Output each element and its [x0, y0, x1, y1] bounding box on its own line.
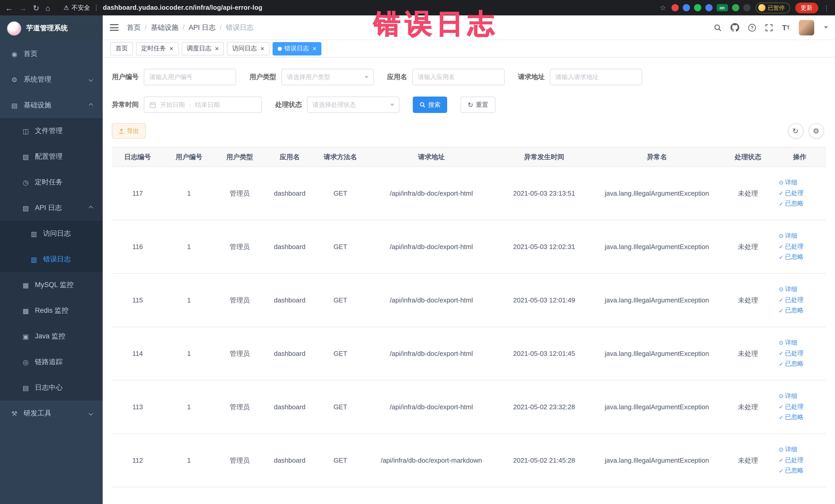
- help-icon[interactable]: ?: [748, 23, 756, 32]
- breadcrumb-item[interactable]: 基础设施: [151, 23, 179, 32]
- bookmark-star-icon[interactable]: ☆: [660, 4, 666, 12]
- browser-menu-icon[interactable]: ⋮: [823, 4, 830, 12]
- action-processed[interactable]: ✓已处理: [779, 296, 803, 304]
- filter-user-type: 用户类型 请选择用户类型: [249, 69, 374, 85]
- request-url-input[interactable]: [550, 69, 642, 85]
- font-size-icon[interactable]: TT: [782, 23, 790, 32]
- action-ignored[interactable]: ✓已忽略: [779, 467, 803, 475]
- tab-close-icon[interactable]: ×: [313, 45, 317, 52]
- action-detail[interactable]: ⊙详细: [779, 392, 797, 400]
- action-ignored[interactable]: ✓已忽略: [779, 414, 803, 422]
- action-processed[interactable]: ✓已处理: [779, 403, 803, 411]
- search-icon[interactable]: [714, 23, 722, 32]
- action-ignored[interactable]: ✓已忽略: [779, 254, 803, 261]
- action-ignored[interactable]: ✓已忽略: [779, 307, 803, 315]
- sidebar-item-system[interactable]: ⚙系统管理: [0, 67, 103, 93]
- action-processed[interactable]: ✓已处理: [779, 456, 803, 464]
- column-settings-button[interactable]: ⚙: [808, 123, 824, 139]
- action-detail[interactable]: ⊙详细: [779, 446, 797, 454]
- site-security-chip[interactable]: ⚠ 不安全: [63, 3, 90, 12]
- cell-log-id: 113: [112, 380, 163, 434]
- sidebar-item-access-log[interactable]: ▥访问日志: [0, 221, 103, 246]
- cell-status: 未处理: [722, 327, 774, 380]
- refresh-button[interactable]: ↻: [788, 123, 803, 139]
- sidebar-item-log-center[interactable]: ▤日志中心: [0, 375, 103, 401]
- back-icon[interactable]: ←: [5, 4, 13, 12]
- action-label: 详细: [785, 179, 797, 187]
- action-processed[interactable]: ✓已处理: [779, 189, 803, 197]
- tab-close-icon[interactable]: ×: [260, 45, 264, 52]
- extension-green-circle-icon[interactable]: [694, 4, 701, 11]
- update-button[interactable]: 更新: [795, 2, 818, 13]
- cell-time: 2021-05-02 21:45:28: [497, 434, 592, 487]
- reload-icon[interactable]: ↻: [33, 4, 39, 12]
- sidebar-item-infrastructure[interactable]: ▤基础设施: [0, 93, 103, 118]
- sidebar-item-job[interactable]: ◷定时任务: [0, 169, 103, 195]
- paused-profile-chip[interactable]: 已暂停: [755, 2, 790, 13]
- tab-error-log[interactable]: 错误日志×: [272, 42, 322, 55]
- sidebar-item-home[interactable]: ◉首页: [0, 41, 103, 67]
- sidebar-collapse-icon[interactable]: [110, 24, 119, 31]
- breadcrumb-item[interactable]: 首页: [127, 23, 141, 32]
- extension-on-badge[interactable]: on: [716, 4, 728, 11]
- extension-red-circle-icon[interactable]: [671, 4, 678, 11]
- java-monitor-icon: ▣: [22, 332, 30, 340]
- github-icon[interactable]: [731, 23, 739, 32]
- action-processed[interactable]: ✓已处理: [779, 243, 803, 250]
- action-detail[interactable]: ⊙详细: [779, 179, 797, 187]
- sidebar-item-config[interactable]: ▨配置管理: [0, 144, 103, 169]
- app-name-input[interactable]: [412, 69, 505, 85]
- action-detail[interactable]: ⊙详细: [779, 285, 797, 294]
- sidebar-logo[interactable]: 芋道管理系统: [0, 15, 103, 41]
- sidebar-item-java[interactable]: ▣Java 监控: [0, 323, 103, 349]
- action-ignored[interactable]: ✓已忽略: [779, 200, 803, 208]
- tab-access-log[interactable]: 访问日志×: [227, 42, 269, 55]
- row-actions: ⊙详细✓已处理✓已忽略: [779, 339, 824, 368]
- exception-time-range[interactable]: 开始日期 - 结束日期: [144, 97, 262, 113]
- detail-eye-icon: ⊙: [779, 394, 783, 399]
- user-avatar[interactable]: [798, 20, 814, 35]
- sidebar-item-mysql[interactable]: ▦MySQL 监控: [0, 272, 103, 298]
- breadcrumb-item[interactable]: API 日志: [189, 23, 216, 32]
- cell-exception: java.lang.IllegalArgumentException: [592, 434, 722, 487]
- sidebar-item-error-log[interactable]: ▥错误日志: [0, 246, 103, 272]
- reset-button[interactable]: ↻ 重置: [461, 97, 495, 113]
- tab-job[interactable]: 定时任务×: [136, 42, 178, 55]
- home-icon[interactable]: ⌂: [45, 4, 50, 12]
- action-detail[interactable]: ⊙详细: [779, 232, 797, 240]
- extension-blue-drop-icon[interactable]: [683, 4, 690, 11]
- search-button[interactable]: 搜索: [413, 97, 447, 113]
- sidebar-item-trace[interactable]: ◎链路追踪: [0, 349, 103, 375]
- action-processed[interactable]: ✓已处理: [779, 349, 803, 357]
- cell-user-id: 1: [163, 220, 215, 274]
- cell-exception: java.lang.IllegalArgumentException: [592, 327, 722, 380]
- action-detail[interactable]: ⊙详细: [779, 339, 797, 347]
- table-row: 1121管理员dashboardGET/api/infra/db-doc/exp…: [112, 434, 826, 487]
- cell-method: GET: [315, 167, 366, 220]
- chevron-down-icon[interactable]: [824, 26, 828, 29]
- address-url[interactable]: dashboard.yudao.iocoder.cn/infra/log/api…: [103, 4, 262, 11]
- sidebar-item-api-log[interactable]: ▧API 日志: [0, 195, 103, 221]
- extension-paw-icon[interactable]: [743, 4, 750, 11]
- sidebar-item-devtools[interactable]: ⚒研发工具: [0, 401, 103, 426]
- action-label: 已处理: [785, 349, 803, 357]
- export-button[interactable]: 导出: [112, 123, 146, 139]
- process-status-select[interactable]: 请选择处理状态: [307, 97, 400, 113]
- sidebar-item-redis[interactable]: ▩Redis 监控: [0, 298, 103, 323]
- tab-close-icon[interactable]: ×: [215, 45, 219, 52]
- extension-blue-grid-icon[interactable]: [705, 4, 712, 11]
- fullscreen-icon[interactable]: [765, 23, 773, 32]
- forward-icon[interactable]: →: [19, 4, 27, 12]
- tab-close-icon[interactable]: ×: [169, 45, 173, 52]
- cell-status: 未处理: [722, 380, 774, 434]
- sidebar-item-file[interactable]: ◫文件管理: [0, 118, 103, 144]
- tab-job-log[interactable]: 调度日志×: [182, 42, 224, 55]
- breadcrumb-separator: /: [145, 24, 147, 31]
- tab-label: 访问日志: [232, 44, 257, 53]
- cell-method: GET: [315, 380, 366, 434]
- user-id-input[interactable]: [144, 69, 236, 85]
- tab-home[interactable]: 首页: [110, 42, 133, 55]
- extension-leaf-icon[interactable]: [732, 4, 739, 11]
- user-type-select[interactable]: 请选择用户类型: [281, 69, 374, 85]
- action-ignored[interactable]: ✓已忽略: [779, 360, 803, 368]
